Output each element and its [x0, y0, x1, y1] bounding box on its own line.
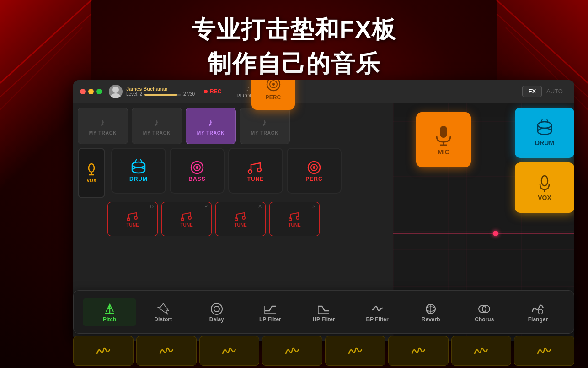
- drum-icon: [130, 159, 147, 176]
- fx-button[interactable]: FX: [522, 86, 542, 97]
- svg-point-47: [272, 83, 275, 86]
- traffic-light-green[interactable]: [96, 89, 102, 94]
- delay-icon: [209, 302, 224, 316]
- fx-lp-filter[interactable]: LP Filter: [243, 298, 297, 326]
- user-progress: 27/30: [183, 92, 195, 97]
- track-pad-2[interactable]: ♪ MY TRACK: [132, 108, 182, 144]
- bottom-pad-4[interactable]: [262, 336, 322, 366]
- svg-point-29: [235, 218, 238, 221]
- svg-point-27: [181, 218, 184, 221]
- svg-point-32: [296, 216, 299, 219]
- bass-pad[interactable]: BASS: [170, 148, 225, 194]
- bottom-pad-7[interactable]: [451, 336, 512, 366]
- drum-right-pad[interactable]: DRUM: [515, 108, 574, 158]
- bottom-pad-icon-2: [159, 346, 174, 357]
- fx-bar: Pitch Distort Delay LP Filter HP Filter: [73, 290, 574, 334]
- track-pad-1[interactable]: ♪ MY TRACK: [78, 108, 128, 144]
- bottom-pad-5[interactable]: [325, 336, 385, 366]
- drum-label: DRUM: [129, 176, 148, 182]
- svg-point-30: [242, 216, 245, 219]
- svg-point-63: [538, 309, 543, 314]
- delay-label: Delay: [209, 316, 224, 323]
- svg-point-43: [541, 176, 548, 186]
- big-pad-row: VOX DRUM: [78, 148, 389, 198]
- drum-pad[interactable]: DRUM: [111, 148, 166, 194]
- svg-point-52: [211, 303, 222, 314]
- svg-point-31: [289, 218, 292, 221]
- bottom-pad-icon-5: [348, 346, 363, 357]
- small-pad-row: O TUNE P TUNE: [107, 202, 389, 236]
- distort-label: Distort: [154, 316, 172, 323]
- tune-pad[interactable]: TUNE: [228, 148, 283, 194]
- vox-right-pad[interactable]: VOX: [515, 162, 574, 213]
- small-pad-4[interactable]: S TUNE: [269, 202, 320, 236]
- small-pad-1[interactable]: O TUNE: [107, 202, 158, 236]
- small-pad-2[interactable]: P TUNE: [161, 202, 212, 236]
- fx-reverb[interactable]: Reverb: [404, 298, 458, 326]
- small-pad-letter-4: S: [312, 204, 315, 209]
- track-icon-3: ♪: [208, 117, 214, 129]
- lp-filter-label: LP Filter: [259, 316, 281, 323]
- track-pad-3[interactable]: ♪ MY TRACK: [186, 108, 236, 144]
- bass-icon: [189, 159, 205, 176]
- reverb-icon: [423, 302, 438, 316]
- chorus-label: Chorus: [475, 316, 494, 323]
- tune-label: TUNE: [247, 176, 264, 182]
- reverb-label: Reverb: [422, 316, 440, 323]
- svg-point-6: [112, 87, 119, 93]
- hp-filter-icon: [316, 302, 331, 316]
- svg-point-40: [538, 128, 551, 135]
- drum-right-icon: [535, 119, 554, 137]
- traffic-light-yellow[interactable]: [88, 89, 94, 94]
- traffic-light-red[interactable]: [80, 89, 86, 94]
- fx-pitch[interactable]: Pitch: [83, 298, 136, 326]
- drum-right-label: DRUM: [535, 139, 554, 146]
- svg-point-21: [257, 168, 261, 172]
- small-tune-icon-1: [127, 211, 138, 222]
- fx-bp-filter[interactable]: BP Filter: [351, 298, 404, 326]
- small-pad-label-3: TUNE: [234, 222, 246, 227]
- track-icon-1: ♪: [100, 117, 106, 129]
- bottom-pad-6[interactable]: [388, 336, 449, 366]
- bottom-pad-icon-8: [537, 346, 551, 357]
- user-avatar: [109, 85, 123, 98]
- bottom-pad-1[interactable]: [73, 336, 134, 366]
- bottom-pad-2[interactable]: [136, 336, 197, 366]
- pink-hline: [393, 233, 574, 234]
- rec-dot: [204, 90, 208, 93]
- perc-pad[interactable]: PERC: [287, 148, 342, 194]
- track-pad-4[interactable]: ♪ MY TRACK: [240, 108, 290, 144]
- level-bar-bg: [144, 94, 181, 96]
- bottom-pad-icon-6: [411, 346, 426, 357]
- user-level: Level: 2: [126, 92, 142, 97]
- mic-pad[interactable]: MIC: [416, 112, 471, 167]
- vox-right-icon: [535, 174, 554, 192]
- mic-label: MIC: [438, 148, 449, 156]
- track-icon-4: ♪: [262, 117, 267, 129]
- small-tune-icon-3: [235, 211, 246, 222]
- fx-hp-filter[interactable]: HP Filter: [297, 298, 350, 326]
- fx-distort[interactable]: Distort: [136, 298, 190, 326]
- bottom-pad-icon-7: [474, 346, 488, 357]
- auto-button[interactable]: AUTO: [546, 88, 563, 95]
- rec-button[interactable]: REC: [204, 88, 221, 95]
- bottom-pad-3[interactable]: [199, 336, 260, 366]
- bottom-pad-8[interactable]: [514, 336, 574, 366]
- header: 专业打击垫和FX板 制作自己的音乐: [0, 14, 588, 80]
- svg-point-19: [196, 166, 198, 169]
- vox-left-pad[interactable]: VOX: [78, 148, 105, 198]
- track-row: ♪ MY TRACK ♪ MY TRACK ♪ MY TRACK ♪ MY TR…: [78, 108, 389, 144]
- svg-point-25: [127, 218, 130, 221]
- small-pad-3[interactable]: A TUNE: [215, 202, 266, 236]
- fx-chorus[interactable]: Chorus: [458, 298, 511, 326]
- svg-point-20: [248, 170, 252, 173]
- svg-point-53: [214, 306, 219, 312]
- fx-flanger[interactable]: Flanger: [511, 298, 565, 326]
- small-pad-letter-3: A: [258, 204, 262, 209]
- track-label-3: MY TRACK: [197, 130, 225, 135]
- pitch-icon: [102, 302, 117, 316]
- user-name: James Buchanan: [126, 86, 195, 92]
- fx-delay[interactable]: Delay: [190, 298, 243, 326]
- perc-float-pad[interactable]: PERC: [251, 80, 295, 110]
- flanger-icon: [530, 302, 545, 316]
